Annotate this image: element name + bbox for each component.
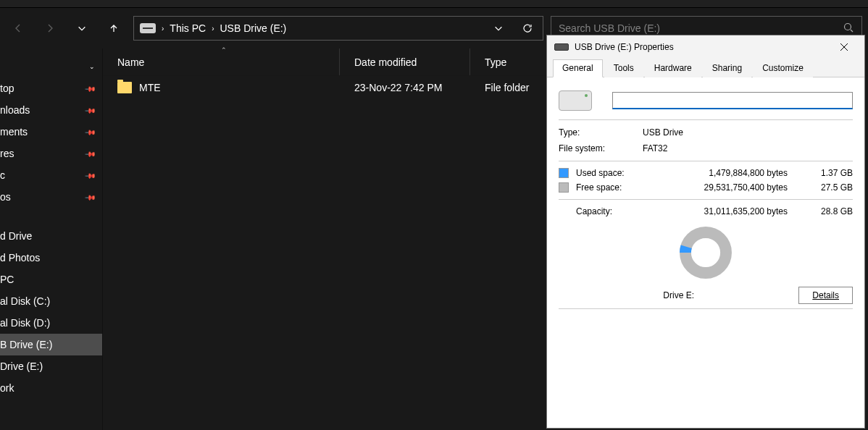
- close-button[interactable]: [828, 35, 860, 59]
- address-history-button[interactable]: [486, 16, 511, 41]
- breadcrumb-current[interactable]: USB Drive (E:): [220, 22, 286, 34]
- capacity-bytes: 31,011,635,200 bytes: [648, 206, 801, 216]
- up-button[interactable]: [101, 16, 126, 41]
- filesystem-label: File system:: [559, 143, 638, 153]
- file-name: MTE: [139, 82, 161, 93]
- window-titlebar: [0, 0, 868, 8]
- type-label: Type:: [559, 127, 638, 138]
- type-value: USB Drive: [643, 127, 683, 138]
- tab-general[interactable]: General: [553, 59, 603, 77]
- file-date: 23-Nov-22 7:42 PM: [340, 82, 470, 93]
- chevron-right-icon[interactable]: ›: [212, 25, 214, 33]
- pin-icon: 📌: [85, 148, 96, 159]
- dialog-tabs: GeneralToolsHardwareSharingCustomize: [547, 59, 864, 77]
- back-button[interactable]: [6, 16, 30, 41]
- sidebar-item-label: d Drive: [0, 230, 32, 242]
- svg-point-0: [845, 23, 851, 30]
- sidebar-item-label: ork: [0, 382, 14, 394]
- column-date[interactable]: Date modified: [340, 49, 470, 75]
- pin-icon: 📌: [85, 191, 96, 203]
- free-swatch: [559, 182, 569, 193]
- sidebar-item[interactable]: al Disk (C:): [0, 290, 102, 312]
- sidebar-item-label: Drive (E:): [0, 361, 43, 372]
- folder-icon: [117, 82, 132, 93]
- properties-dialog: USB Drive (E:) Properties GeneralToolsHa…: [546, 35, 865, 429]
- used-bytes: 1,479,884,800 bytes: [648, 168, 801, 178]
- tab-customize[interactable]: Customize: [753, 59, 813, 77]
- sidebar-item[interactable]: d Photos: [0, 247, 102, 269]
- free-label: Free space:: [576, 182, 648, 193]
- sidebar-item[interactable]: top📌: [0, 77, 102, 99]
- sidebar-item-label: ments: [0, 126, 28, 138]
- tab-tools[interactable]: Tools: [604, 59, 643, 77]
- sidebar-item[interactable]: B Drive (E:): [0, 334, 102, 355]
- sidebar-item[interactable]: PC: [0, 269, 102, 290]
- forward-button[interactable]: [38, 16, 62, 41]
- free-human: 27.5 GB: [801, 182, 853, 193]
- capacity-label: Capacity:: [576, 206, 648, 216]
- drive-caption: Drive E:: [559, 290, 798, 300]
- sidebar-item[interactable]: nloads📌: [0, 99, 102, 121]
- refresh-button[interactable]: [515, 16, 540, 41]
- drive-icon: [140, 23, 156, 33]
- sidebar-item[interactable]: ork: [0, 377, 102, 399]
- breadcrumb-this-pc[interactable]: This PC: [170, 22, 206, 34]
- column-name[interactable]: ⌃ Name: [103, 49, 340, 75]
- dialog-titlebar[interactable]: USB Drive (E:) Properties: [547, 35, 864, 59]
- sidebar-item-label: d Photos: [0, 252, 40, 264]
- column-type-label: Type: [485, 56, 506, 68]
- sidebar-item-label: al Disk (D:): [0, 317, 50, 329]
- navigation-sidebar: ⌄ top📌nloads📌ments📌res📌c📌os📌 d Drived Ph…: [0, 49, 103, 430]
- chevron-right-icon[interactable]: ›: [162, 25, 164, 33]
- column-type[interactable]: Type: [470, 49, 554, 75]
- used-label: Used space:: [576, 168, 648, 178]
- sidebar-item-label: c: [0, 169, 5, 181]
- drive-icon-large: [559, 90, 592, 111]
- svg-point-3: [692, 239, 720, 267]
- drive-label-input[interactable]: [612, 92, 853, 109]
- tab-sharing[interactable]: Sharing: [703, 59, 751, 77]
- pin-icon: 📌: [85, 169, 96, 181]
- chevron-down-icon: ⌄: [89, 63, 95, 70]
- free-bytes: 29,531,750,400 bytes: [648, 182, 801, 193]
- search-input[interactable]: [559, 22, 837, 34]
- sidebar-item[interactable]: ments📌: [0, 121, 102, 143]
- sidebar-item[interactable]: ⌄: [0, 56, 102, 77]
- pin-icon: 📌: [85, 104, 96, 116]
- sidebar-item[interactable]: os📌: [0, 186, 102, 208]
- used-swatch: [559, 168, 569, 178]
- breadcrumb: › This PC › USB Drive (E:): [137, 22, 482, 34]
- divider: [559, 199, 853, 200]
- sidebar-item-label: res: [0, 148, 14, 159]
- sidebar-item-label: B Drive (E:): [0, 339, 52, 350]
- recent-button[interactable]: [70, 16, 94, 41]
- column-name-label: Name: [117, 56, 144, 68]
- drive-icon: [554, 43, 569, 51]
- divider: [559, 308, 853, 309]
- sidebar-item[interactable]: Drive (E:): [0, 355, 102, 377]
- sidebar-item[interactable]: d Drive: [0, 225, 102, 247]
- capacity-human: 28.8 GB: [801, 206, 853, 216]
- pin-icon: 📌: [85, 83, 96, 94]
- pin-icon: 📌: [85, 126, 96, 138]
- sidebar-item[interactable]: c📌: [0, 164, 102, 186]
- divider: [559, 119, 853, 120]
- sidebar-item[interactable]: al Disk (D:): [0, 312, 102, 334]
- sidebar-item[interactable]: res📌: [0, 143, 102, 164]
- sidebar-item-label: PC: [0, 274, 14, 285]
- column-date-label: Date modified: [354, 56, 417, 68]
- file-type: File folder: [470, 82, 543, 93]
- usage-donut-chart: [679, 226, 733, 279]
- address-bar[interactable]: › This PC › USB Drive (E:): [133, 16, 543, 41]
- used-human: 1.37 GB: [801, 168, 853, 178]
- filesystem-value: FAT32: [643, 143, 667, 153]
- sidebar-item-label: os: [0, 191, 11, 203]
- details-button[interactable]: Details: [798, 287, 853, 304]
- sidebar-item-label: nloads: [0, 104, 30, 116]
- sidebar-item-label: top: [0, 83, 14, 94]
- search-icon[interactable]: [843, 22, 854, 35]
- tab-hardware[interactable]: Hardware: [645, 59, 701, 77]
- divider: [559, 161, 853, 161]
- dialog-title: USB Drive (E:) Properties: [575, 42, 822, 52]
- dialog-body: Type: USB Drive File system: FAT32 Used …: [547, 77, 864, 428]
